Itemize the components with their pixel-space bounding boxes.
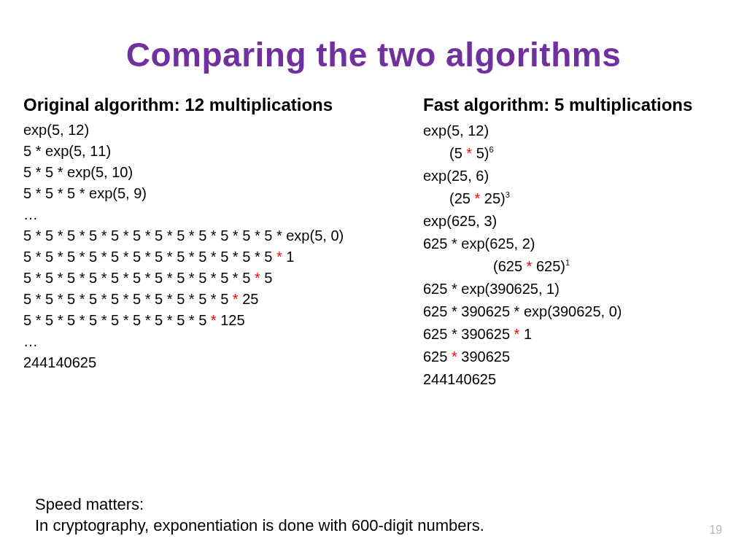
trace-line: 5 * 5 * 5 * 5 * 5 * 5 * 5 * 5 * 5 * 5 * … [23,225,417,246]
right-heading: Fast algorithm: 5 multiplications [423,95,724,115]
trace-line: exp(25, 6) [423,165,724,187]
right-trace: exp(5, 12)(5 * 5)6exp(25, 6)(25 * 25)3ex… [423,120,724,391]
trace-line: 244140625 [23,352,417,373]
trace-line: 625 * exp(625, 2) [423,233,724,255]
trace-line: 5 * 5 * 5 * 5 * 5 * 5 * 5 * 5 * 5 * 5 * … [23,289,417,310]
slide: Comparing the two algorithms Original al… [0,0,747,560]
trace-line: (5 * 5)6 [423,142,724,165]
trace-line: … [23,204,417,225]
trace-line: 5 * 5 * exp(5, 10) [23,162,417,183]
footer-line1: Speed matters: [35,494,484,516]
trace-line: exp(5, 12) [23,120,417,141]
footer-line2: In cryptography, exponentiation is done … [35,515,484,537]
trace-line: … [23,331,417,352]
slide-title: Comparing the two algorithms [23,35,724,74]
trace-line: 625 * 390625 * 1 [423,323,724,346]
trace-line: 5 * exp(5, 11) [23,141,417,162]
trace-line: (625 * 625)1 [423,255,724,278]
trace-line: 244140625 [423,368,724,391]
trace-line: exp(5, 12) [423,120,724,142]
trace-line: 5 * 5 * 5 * 5 * 5 * 5 * 5 * 5 * 5 * 5 * … [23,268,417,289]
left-heading: Original algorithm: 12 multiplications [23,95,417,115]
page-number: 19 [709,524,722,537]
trace-line: 625 * exp(390625, 1) [423,278,724,300]
left-trace: exp(5, 12)5 * exp(5, 11)5 * 5 * exp(5, 1… [23,120,417,373]
trace-line: 5 * 5 * 5 * exp(5, 9) [23,183,417,204]
trace-line: 625 * 390625 [423,346,724,368]
columns: Original algorithm: 12 multiplications e… [23,95,724,391]
left-column: Original algorithm: 12 multiplications e… [23,95,417,391]
trace-line: exp(625, 3) [423,210,724,233]
right-column: Fast algorithm: 5 multiplications exp(5,… [423,95,724,391]
trace-line: 5 * 5 * 5 * 5 * 5 * 5 * 5 * 5 * 5 * 5 * … [23,246,417,268]
trace-line: 625 * 390625 * exp(390625, 0) [423,300,724,323]
trace-line: 5 * 5 * 5 * 5 * 5 * 5 * 5 * 5 * 5 * 125 [23,310,417,331]
footer-note: Speed matters: In cryptography, exponent… [35,494,484,537]
trace-line: (25 * 25)3 [423,187,724,210]
